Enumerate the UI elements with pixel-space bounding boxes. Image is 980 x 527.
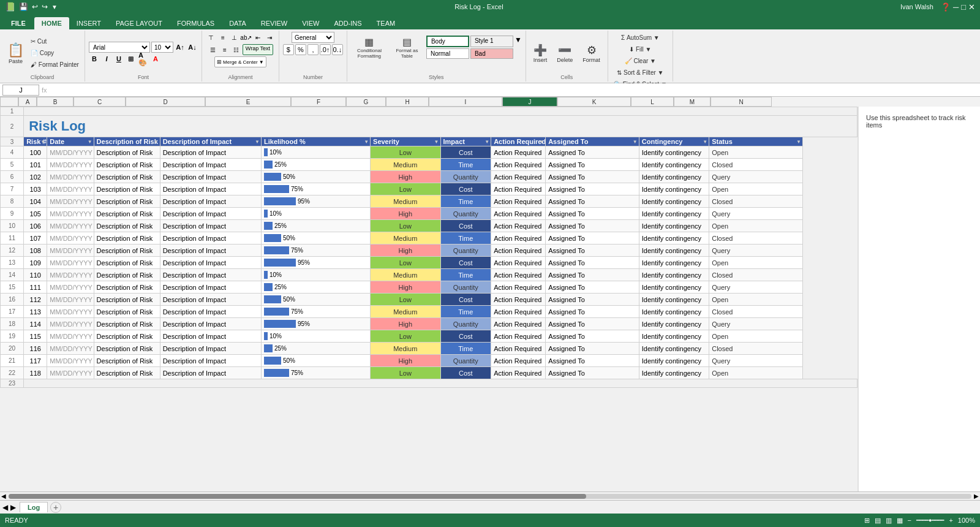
insert-cells-button[interactable]: ➕ Insert [530,35,551,72]
action-cell[interactable]: Action Required [491,367,546,379]
view-page-icon[interactable]: ▥ [886,517,892,525]
header-6[interactable]: Impact▼ [440,137,491,146]
header-8[interactable]: Assigned To▼ [546,137,639,146]
assigned-cell[interactable]: Assigned To [546,232,639,245]
filter-arrow-7[interactable]: ▼ [539,139,544,145]
impact-desc[interactable]: Description of Impact [160,306,261,318]
contingency-cell[interactable]: Identify contingency [639,306,709,318]
likelihood-cell[interactable]: 10% [262,146,371,159]
contingency-cell[interactable]: Identify contingency [639,232,709,245]
impact-cell[interactable]: Cost [440,294,491,306]
contingency-cell[interactable]: Identify contingency [639,318,709,330]
status-cell[interactable]: Query [709,171,803,183]
impact-desc[interactable]: Description of Impact [160,367,261,379]
likelihood-cell[interactable]: 50% [262,232,371,245]
fill-color-button[interactable]: A🎨 [138,53,149,64]
tab-insert[interactable]: INSERT [69,17,108,29]
conditional-formatting-button[interactable]: ▦ Conditional Formatting [351,32,388,63]
scroll-track[interactable] [9,494,971,499]
header-7[interactable]: Action Required▼ [491,137,546,146]
tab-page-layout[interactable]: PAGE LAYOUT [108,17,170,29]
action-cell[interactable]: Action Required [491,146,546,159]
impact-desc[interactable]: Description of Impact [160,330,261,343]
risk-date[interactable]: MM/DD/YYYY [47,208,94,220]
indent-inc-btn[interactable]: ⇥ [264,32,275,43]
risk-desc[interactable]: Description of Risk [94,318,160,330]
comma-btn[interactable]: , [307,44,318,55]
impact-cell[interactable]: Cost [440,257,491,269]
col-header-k[interactable]: K [557,97,631,107]
impact-desc[interactable]: Description of Impact [160,343,261,355]
severity-cell[interactable]: Medium [371,269,440,281]
severity-cell[interactable]: Low [371,330,440,343]
col-header-l[interactable]: L [631,97,674,107]
risk-date[interactable]: MM/DD/YYYY [47,269,94,281]
action-cell[interactable]: Action Required [491,269,546,281]
format-painter-button[interactable]: 🖌 Format Painter [29,59,81,70]
risk-desc[interactable]: Description of Risk [94,159,160,171]
risk-date[interactable]: MM/DD/YYYY [47,245,94,257]
action-cell[interactable]: Action Required [491,220,546,232]
severity-cell[interactable]: Low [371,367,440,379]
cell-reference-input[interactable] [2,85,39,96]
severity-cell[interactable]: Low [371,146,440,159]
fill-button[interactable]: ⬇ Fill ▼ [627,44,653,55]
likelihood-cell[interactable]: 10% [262,208,371,220]
filter-arrow-2[interactable]: ▼ [154,139,159,145]
action-cell[interactable]: Action Required [491,294,546,306]
filter-arrow-8[interactable]: ▼ [633,139,638,145]
impact-cell[interactable]: Time [440,232,491,245]
impact-cell[interactable]: Quantity [440,171,491,183]
assigned-cell[interactable]: Assigned To [546,208,639,220]
likelihood-cell[interactable]: 75% [262,245,371,257]
align-center-btn[interactable]: ≡ [219,44,230,55]
severity-cell[interactable]: High [371,245,440,257]
normal-style[interactable]: Normal [426,48,469,59]
minimize-icon[interactable]: ─ [953,2,959,12]
impact-cell[interactable]: Cost [440,220,491,232]
status-cell[interactable]: Closed [709,343,803,355]
risk-desc[interactable]: Description of Risk [94,269,160,281]
assigned-cell[interactable]: Assigned To [546,281,639,294]
severity-cell[interactable]: Medium [371,159,440,171]
header-1[interactable]: Date▼ [47,137,94,146]
risk-id[interactable]: 109 [24,257,47,269]
impact-desc[interactable]: Description of Impact [160,220,261,232]
col-header-h[interactable]: H [386,97,429,107]
risk-desc[interactable]: Description of Risk [94,208,160,220]
filter-arrow-5[interactable]: ▼ [434,139,439,145]
status-cell[interactable]: Query [709,281,803,294]
copy-button[interactable]: 📄 Copy [29,48,81,59]
maximize-icon[interactable]: □ [961,2,966,12]
header-0[interactable]: Risk #▼ [24,137,47,146]
impact-desc[interactable]: Description of Impact [160,294,261,306]
action-cell[interactable]: Action Required [491,318,546,330]
impact-desc[interactable]: Description of Impact [160,318,261,330]
tab-view[interactable]: VIEW [295,17,326,29]
action-cell[interactable]: Action Required [491,232,546,245]
risk-date[interactable]: MM/DD/YYYY [47,146,94,159]
risk-date[interactable]: MM/DD/YYYY [47,232,94,245]
action-cell[interactable]: Action Required [491,245,546,257]
impact-cell[interactable]: Quantity [440,245,491,257]
contingency-cell[interactable]: Identify contingency [639,343,709,355]
risk-date[interactable]: MM/DD/YYYY [47,318,94,330]
view-normal-icon[interactable]: ▤ [875,517,881,525]
risk-id[interactable]: 116 [24,343,47,355]
formula-input[interactable] [50,85,978,96]
filter-arrow-1[interactable]: ▼ [88,139,92,145]
sheet-nav-left[interactable]: ◀ [2,503,8,512]
assigned-cell[interactable]: Assigned To [546,294,639,306]
status-cell[interactable]: Closed [709,159,803,171]
text-angle-btn[interactable]: ab↗ [241,32,252,43]
assigned-cell[interactable]: Assigned To [546,269,639,281]
bold-button[interactable]: B [89,53,100,64]
assigned-cell[interactable]: Assigned To [546,195,639,208]
contingency-cell[interactable]: Identify contingency [639,355,709,367]
cut-button[interactable]: ✂ Cut [29,36,81,47]
risk-desc[interactable]: Description of Risk [94,343,160,355]
tab-data[interactable]: DATA [222,17,254,29]
action-cell[interactable]: Action Required [491,330,546,343]
risk-desc[interactable]: Description of Risk [94,367,160,379]
severity-cell[interactable]: High [371,171,440,183]
